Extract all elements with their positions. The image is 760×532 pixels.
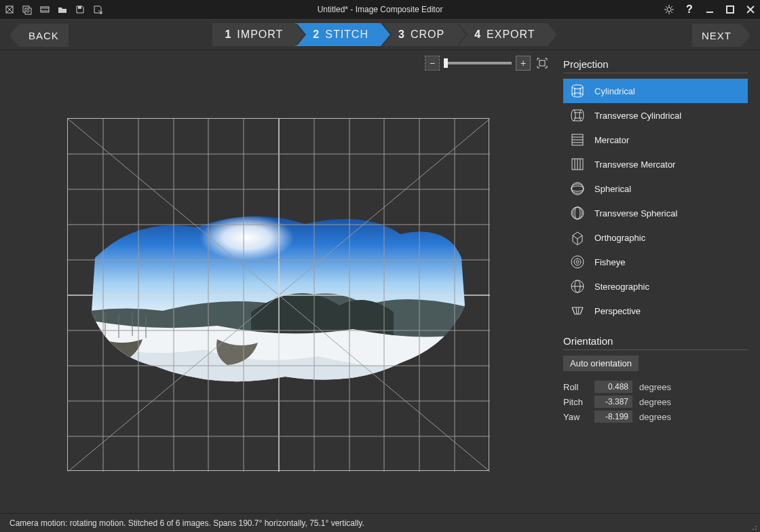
window-title: Untitled* - Image Composite Editor xyxy=(0,5,760,14)
projection-label: Mercator xyxy=(594,135,629,145)
transverse-cylindrical-icon xyxy=(570,108,585,123)
svg-line-88 xyxy=(578,307,579,314)
projection-transverse-cylindrical[interactable]: Transverse Cylindrical xyxy=(563,103,748,128)
canvas-stage[interactable] xyxy=(0,76,556,513)
new-project-icon[interactable] xyxy=(4,4,15,15)
pitch-label: Pitch xyxy=(563,397,588,407)
stereographic-icon xyxy=(570,279,585,294)
svg-line-85 xyxy=(572,307,575,314)
minimize-icon[interactable] xyxy=(704,4,715,15)
stepbar: BACK 1 IMPORT 2 STITCH 3 CROP 4 EXPORT N… xyxy=(0,19,760,50)
svg-point-10 xyxy=(667,7,671,12)
side-panel: Projection Cylindrical Transverse Cylind… xyxy=(556,50,760,513)
status-bar: Camera motion: rotating motion. Stitched… xyxy=(0,513,760,532)
save-icon[interactable] xyxy=(75,4,86,15)
maximize-icon[interactable] xyxy=(725,4,736,15)
next-button[interactable]: NEXT xyxy=(692,24,750,47)
step-label: CROP xyxy=(411,28,444,41)
projection-mercator[interactable]: Mercator xyxy=(563,128,748,152)
step-label: IMPORT xyxy=(237,28,283,41)
zoom-controls: − + xyxy=(425,56,550,71)
projection-label: Fisheye xyxy=(594,257,626,267)
svg-point-54 xyxy=(572,93,583,97)
zoom-slider-thumb[interactable] xyxy=(444,58,448,68)
projection-transverse-spherical[interactable]: Transverse Spherical xyxy=(563,201,748,225)
zoom-out-icon[interactable]: − xyxy=(425,56,440,71)
svg-point-81 xyxy=(576,261,579,263)
projection-label: Cylindrical xyxy=(594,86,635,96)
titlebar-right: ? xyxy=(664,4,756,15)
zoom-fit-icon[interactable] xyxy=(535,56,550,71)
roll-unit: degrees xyxy=(639,382,671,392)
svg-rect-23 xyxy=(539,60,545,66)
save-as-icon[interactable] xyxy=(92,4,103,15)
step-import[interactable]: 1 IMPORT xyxy=(212,23,295,46)
mercator-icon xyxy=(570,132,585,147)
gear-icon[interactable] xyxy=(664,4,674,15)
projection-cylindrical[interactable]: Cylindrical xyxy=(563,79,748,103)
svg-line-86 xyxy=(580,307,583,314)
svg-point-80 xyxy=(574,259,581,265)
perspective-icon xyxy=(570,303,585,318)
pitch-unit: degrees xyxy=(639,397,671,407)
resize-grip-icon[interactable] xyxy=(749,522,757,531)
svg-rect-4 xyxy=(25,8,31,14)
svg-point-75 xyxy=(571,184,584,193)
zoom-slider[interactable] xyxy=(444,62,512,64)
projection-title: Projection xyxy=(563,58,748,73)
titlebar: Untitled* - Image Composite Editor ? xyxy=(0,0,760,19)
spherical-icon xyxy=(570,181,585,196)
canvas-area: − + xyxy=(0,50,556,513)
transverse-spherical-icon xyxy=(570,206,585,221)
svg-point-59 xyxy=(571,110,575,121)
zoom-in-icon[interactable]: + xyxy=(516,56,531,71)
svg-point-73 xyxy=(571,183,584,195)
svg-point-74 xyxy=(571,186,584,191)
new-from-images-icon[interactable] xyxy=(22,4,33,15)
projection-stereographic[interactable]: Stereographic xyxy=(563,274,748,299)
new-from-video-icon[interactable] xyxy=(39,4,50,15)
pitch-input[interactable]: -3.387 xyxy=(594,396,632,408)
roll-input[interactable]: 0.488 xyxy=(594,381,632,393)
svg-line-16 xyxy=(671,12,672,13)
step-num: 4 xyxy=(474,28,481,41)
back-label: BACK xyxy=(19,24,69,47)
titlebar-left xyxy=(4,4,103,15)
svg-point-76 xyxy=(571,207,584,219)
orientation-yaw-row: Yaw -8.199 degrees xyxy=(563,411,748,423)
projection-orthographic[interactable]: Orthographic xyxy=(563,225,748,250)
back-button[interactable]: BACK xyxy=(10,24,69,47)
step-num: 2 xyxy=(313,28,320,41)
yaw-unit: degrees xyxy=(639,412,671,422)
step-num: 3 xyxy=(398,28,405,41)
auto-orientation-button[interactable]: Auto orientation xyxy=(563,356,639,371)
projection-grid[interactable] xyxy=(67,118,489,471)
help-icon[interactable]: ? xyxy=(684,4,695,15)
projection-transverse-mercator[interactable]: Transverse Mercator xyxy=(563,152,748,176)
step-export[interactable]: 4 EXPORT xyxy=(457,23,547,46)
step-crop[interactable]: 3 CROP xyxy=(381,23,457,46)
projection-spherical[interactable]: Spherical xyxy=(563,176,748,201)
app-window: Untitled* - Image Composite Editor ? BAC… xyxy=(0,0,760,532)
projection-label: Transverse Spherical xyxy=(594,208,677,218)
projection-perspective[interactable]: Perspective xyxy=(563,299,748,323)
next-label: NEXT xyxy=(692,24,741,47)
projection-label: Perspective xyxy=(594,306,641,316)
svg-point-91 xyxy=(755,526,757,527)
projection-fisheye[interactable]: Fisheye xyxy=(563,250,748,274)
svg-point-53 xyxy=(572,85,583,89)
svg-rect-6 xyxy=(41,7,49,12)
svg-point-77 xyxy=(575,207,580,219)
projection-label: Transverse Cylindrical xyxy=(594,111,681,121)
step-stitch[interactable]: 2 STITCH xyxy=(295,23,381,46)
cylindrical-icon xyxy=(570,83,585,98)
close-icon[interactable] xyxy=(745,4,756,15)
svg-line-15 xyxy=(666,6,667,7)
open-icon[interactable] xyxy=(57,4,68,15)
projection-label: Orthographic xyxy=(594,233,645,243)
svg-point-90 xyxy=(753,529,754,530)
status-text: Camera motion: rotating motion. Stitched… xyxy=(10,518,364,528)
orientation-roll-row: Roll 0.488 degrees xyxy=(563,381,748,393)
svg-point-60 xyxy=(580,110,584,121)
yaw-input[interactable]: -8.199 xyxy=(594,411,632,423)
